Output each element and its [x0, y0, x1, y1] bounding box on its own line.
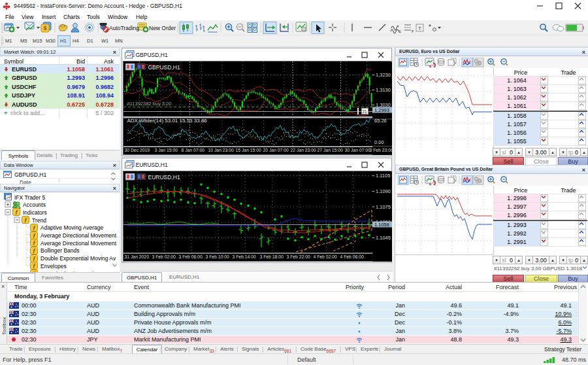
svg-text:1.1045: 1.1045	[376, 235, 391, 241]
svg-text:1.1075: 1.1075	[376, 204, 391, 210]
svg-text:1.2993: 1.2993	[374, 107, 389, 113]
svg-text:0.00: 0.00	[374, 139, 384, 145]
svg-text:1.1090: 1.1090	[376, 188, 391, 194]
svg-text:T: T	[418, 26, 421, 31]
svg-text:1.1058: 1.1058	[374, 222, 389, 228]
svg-text:65.26: 65.26	[374, 118, 387, 124]
svg-text:F: F	[412, 29, 414, 33]
svg-text:1.1105: 1.1105	[376, 173, 390, 179]
svg-text:$: $	[43, 25, 46, 31]
svg-text:1.3230: 1.3230	[376, 72, 391, 78]
svg-text:1.3130: 1.3130	[376, 87, 391, 93]
svg-text:E: E	[399, 29, 401, 33]
